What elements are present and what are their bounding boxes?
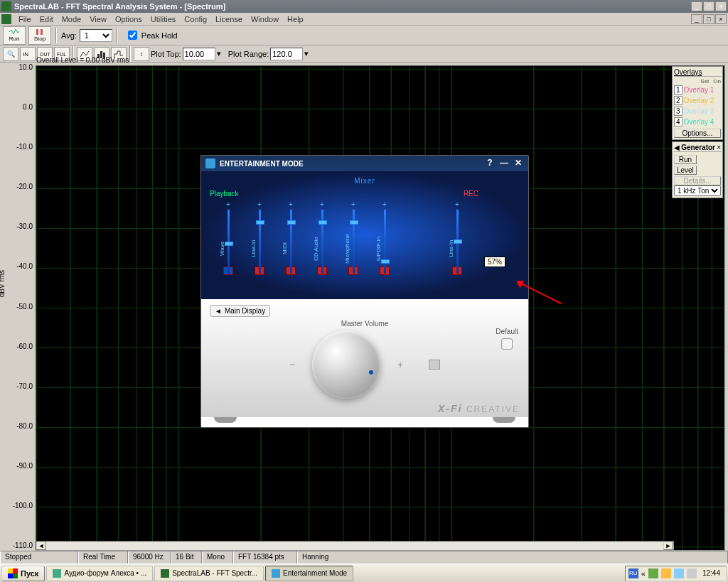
plot-hscrollbar[interactable]: ◄ ► bbox=[36, 541, 674, 551]
plottop-label: Plot Top: bbox=[151, 50, 181, 58]
channel-menu-icon[interactable]: + bbox=[226, 200, 230, 208]
run-button[interactable]: Run bbox=[3, 26, 26, 45]
overlay-options-button[interactable]: Options... bbox=[674, 129, 721, 138]
overlay-num[interactable]: 3 bbox=[674, 107, 682, 116]
plottop-input[interactable] bbox=[183, 48, 215, 60]
tray-icon-1[interactable] bbox=[648, 568, 658, 578]
channel-slider[interactable] bbox=[321, 210, 323, 274]
status-fft: FFT 16384 pts bbox=[233, 551, 297, 564]
overlay-num[interactable]: 1 bbox=[674, 85, 682, 95]
status-channels: Mono bbox=[202, 551, 233, 564]
overlay-num[interactable]: 2 bbox=[674, 96, 682, 105]
mixer-channel: + Microphone bbox=[346, 200, 360, 275]
overlay-num[interactable]: 4 bbox=[674, 117, 682, 126]
mdi-maximize-button[interactable]: □ bbox=[703, 14, 714, 24]
task-icon bbox=[272, 569, 280, 578]
taskbar-task[interactable]: Аудио-форум Алекса • ... bbox=[46, 566, 153, 581]
menu-options[interactable]: Options bbox=[111, 15, 146, 23]
vscale-icon[interactable]: ↕ bbox=[134, 47, 149, 61]
maximize-button[interactable]: □ bbox=[703, 1, 714, 11]
y-tick: -10.0 bbox=[16, 143, 33, 151]
tray-volume-icon[interactable] bbox=[687, 568, 697, 578]
generator-signal-select[interactable]: 1 kHz Tone bbox=[674, 185, 721, 196]
tray-expand-icon[interactable]: « bbox=[641, 569, 646, 578]
dialog-minimize-icon[interactable]: — bbox=[498, 158, 510, 169]
channel-slider[interactable] bbox=[259, 210, 261, 274]
svg-line-70 bbox=[521, 284, 561, 303]
menu-window[interactable]: Window bbox=[247, 15, 283, 23]
mixer-channel: + MIDI bbox=[284, 200, 298, 275]
channel-slider[interactable] bbox=[353, 210, 355, 274]
slider-tooltip: 57% bbox=[484, 257, 505, 267]
minimize-button[interactable]: _ bbox=[691, 1, 702, 11]
y-tick: -40.0 bbox=[16, 262, 33, 270]
dialog-titlebar[interactable]: ENTERTAINMENT MODE ? — ✕ bbox=[201, 156, 528, 171]
taskbar-task[interactable]: SpectraLAB - FFT Spectr... bbox=[154, 566, 264, 581]
channel-menu-icon[interactable]: + bbox=[320, 200, 324, 208]
channel-menu-icon[interactable]: + bbox=[289, 200, 293, 208]
overlay-label[interactable]: Overlay 4 bbox=[684, 118, 721, 126]
volume-minus-icon: − bbox=[289, 359, 295, 370]
y-tick: -100.0 bbox=[13, 501, 33, 509]
close-button[interactable]: × bbox=[715, 1, 727, 11]
channel-slider[interactable] bbox=[384, 210, 386, 274]
channel-menu-icon[interactable]: + bbox=[455, 200, 459, 208]
menu-help[interactable]: Help bbox=[283, 15, 308, 23]
channel-slider[interactable] bbox=[456, 210, 459, 274]
main-display-button[interactable]: ◄ Main Display bbox=[210, 305, 270, 317]
generator-run-button[interactable]: Run bbox=[674, 155, 697, 164]
overlay-label[interactable]: Overlay 3 bbox=[684, 107, 721, 115]
dialog-close-icon[interactable]: ✕ bbox=[513, 158, 524, 169]
channel-menu-icon[interactable]: + bbox=[351, 200, 355, 208]
menu-edit[interactable]: Edit bbox=[36, 15, 58, 23]
task-icon bbox=[161, 569, 169, 578]
menu-utilities[interactable]: Utilities bbox=[146, 15, 180, 23]
channel-slider[interactable] bbox=[228, 210, 230, 274]
zoom-icon[interactable]: 🔍 bbox=[3, 47, 18, 61]
channel-slider[interactable] bbox=[290, 210, 292, 274]
mdi-minimize-button[interactable]: _ bbox=[691, 14, 702, 24]
menu-file[interactable]: File bbox=[14, 15, 36, 23]
channel-label: S/PDIF-In bbox=[375, 231, 382, 266]
zoomin-x-icon[interactable]: IN bbox=[20, 47, 36, 61]
generator-level-button[interactable]: Level bbox=[674, 166, 697, 175]
dialog-help-icon[interactable]: ? bbox=[484, 158, 496, 169]
lang-indicator[interactable]: RU bbox=[628, 568, 638, 578]
annotation-arrow-icon bbox=[517, 281, 567, 309]
menu-mode[interactable]: Mode bbox=[58, 15, 86, 23]
taskbar-task[interactable]: Entertainment Mode bbox=[265, 566, 353, 581]
plotrange-input[interactable] bbox=[270, 48, 303, 60]
y-tick: -90.0 bbox=[16, 461, 33, 469]
generator-details-button[interactable]: Details... bbox=[674, 176, 721, 185]
mdi-close-button[interactable]: × bbox=[715, 14, 727, 24]
generator-close-icon[interactable]: × bbox=[717, 144, 721, 151]
tray-icon-3[interactable] bbox=[674, 568, 684, 578]
peakhold-checkbox[interactable] bbox=[128, 31, 137, 40]
taskbar-clock[interactable]: 12:44 bbox=[700, 569, 723, 577]
default-checkbox[interactable] bbox=[501, 338, 513, 350]
menu-config[interactable]: Config bbox=[180, 15, 211, 23]
master-volume-knob[interactable] bbox=[312, 330, 380, 399]
y-tick: -50.0 bbox=[16, 302, 33, 310]
window-titlebar: SpectraLAB - FFT Spectral Analysis Syste… bbox=[0, 0, 728, 13]
speaker-mute-icon[interactable] bbox=[429, 360, 440, 370]
channel-label: Microphone bbox=[344, 231, 350, 266]
scroll-right-icon[interactable]: ► bbox=[663, 541, 673, 550]
menu-icon bbox=[1, 14, 11, 24]
rec-label: REC bbox=[464, 190, 478, 198]
overlay-label[interactable]: Overlay 2 bbox=[684, 97, 721, 104]
scroll-left-icon[interactable]: ◄ bbox=[36, 541, 46, 550]
windows-logo-icon bbox=[8, 568, 18, 578]
mixer-channel: + CD Audio bbox=[315, 200, 329, 275]
menu-license[interactable]: License bbox=[211, 15, 247, 23]
channel-menu-icon[interactable]: + bbox=[382, 200, 387, 208]
overlay-label[interactable]: Overlay 1 bbox=[684, 86, 721, 94]
stop-button[interactable]: Stop bbox=[28, 26, 51, 45]
window-title: SpectraLAB - FFT Spectral Analysis Syste… bbox=[14, 2, 691, 11]
channel-menu-icon[interactable]: + bbox=[257, 200, 262, 208]
menu-view[interactable]: View bbox=[85, 15, 111, 23]
tray-icon-2[interactable] bbox=[661, 568, 671, 578]
start-button[interactable]: Пуск bbox=[1, 566, 45, 581]
avg-select[interactable]: 1 bbox=[80, 29, 112, 42]
svg-rect-1 bbox=[41, 29, 43, 35]
